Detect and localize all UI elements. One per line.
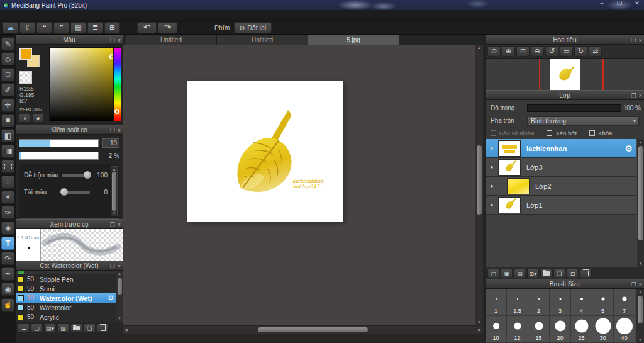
layer-visibility-icon[interactable]: ● <box>486 183 498 189</box>
close-icon[interactable]: × <box>639 281 642 288</box>
bucket-tool[interactable]: ◧ <box>1 129 14 142</box>
layer-folder-icon[interactable] <box>540 269 552 278</box>
transparent-color-swatch[interactable] <box>19 71 32 84</box>
brush-size-cell[interactable]: 5 <box>592 289 614 316</box>
Lớp2[interactable]: ● Lớp2 ⚙ <box>486 177 644 196</box>
close-icon[interactable]: × <box>639 37 642 43</box>
select-all-tool[interactable]: ■ <box>1 114 14 127</box>
brush-size-cell[interactable]: 40 <box>614 316 635 343</box>
layer-visibility-icon[interactable]: ● <box>486 145 498 151</box>
cloud-icon[interactable]: ☁ <box>3 22 18 33</box>
hand-tool[interactable]: ☝ <box>1 298 14 312</box>
new-8bit-layer-icon[interactable]: ▣ <box>501 269 513 278</box>
Acrylic[interactable]: 50 Acrylic ⚙ <box>16 312 123 322</box>
brush-size-slider[interactable] <box>19 139 99 147</box>
scroll-thumb[interactable] <box>258 327 368 332</box>
eyedropper-tool[interactable]: ◉ <box>1 283 14 296</box>
new-halftone-layer-icon[interactable]: ▤ <box>514 269 526 278</box>
brush-cloud-icon[interactable]: ☁ <box>18 323 30 333</box>
undo-button[interactable]: ↶ <box>137 22 157 33</box>
duplicate-layer-icon[interactable]: ❏ <box>553 269 565 278</box>
document-tab[interactable]: 5.jpg <box>308 35 399 45</box>
brush-size-cell[interactable]: 30 <box>592 316 614 343</box>
brush-size-cell[interactable]: 2 <box>528 289 550 316</box>
popout-icon[interactable]: ❐ <box>110 127 115 133</box>
brush-list-scrollbar[interactable]: ▲ ▼ <box>116 271 123 322</box>
close-icon[interactable]: × <box>118 263 121 269</box>
rotate-left-icon[interactable]: ↺ <box>545 46 558 57</box>
lachiennhan[interactable]: ● lachiennhan ⚙ <box>486 139 644 158</box>
scroll-thumb[interactable] <box>118 278 122 295</box>
saturation-value-picker[interactable] <box>49 47 118 121</box>
scroll-up-icon[interactable]: ▲ <box>639 140 643 144</box>
layer-visibility-icon[interactable]: ● <box>486 164 498 170</box>
lasso-tool[interactable]: ◌ <box>1 176 14 189</box>
magic-wand-tool[interactable]: ✶ <box>1 191 14 204</box>
scroll-down-icon[interactable]: ▼ <box>113 211 116 215</box>
minimize-button[interactable]: – <box>597 0 606 6</box>
brush-settings-icon[interactable]: ⚙ <box>108 294 114 302</box>
load-color-slider[interactable] <box>62 191 90 194</box>
close-icon[interactable]: × <box>118 222 121 228</box>
scroll-down-icon[interactable]: ▼ <box>118 317 121 320</box>
popout-icon[interactable]: ❐ <box>631 93 636 99</box>
blend-mode-dropdown[interactable]: Bình thường ▾ <box>527 116 639 126</box>
publish-icon[interactable]: ⇧ <box>19 22 35 33</box>
checkbox[interactable] <box>491 130 496 136</box>
lock-checkbox[interactable]: Khóa <box>589 130 621 137</box>
checkbox[interactable] <box>547 130 552 136</box>
scroll-down-icon[interactable]: ▼ <box>477 320 481 324</box>
brush-size-scrollbar[interactable]: ▲ ▼ <box>636 289 644 343</box>
opacity-slider[interactable] <box>527 104 621 112</box>
popout-icon[interactable]: ❐ <box>110 37 115 43</box>
zoom-reset-icon[interactable]: ⊙ <box>487 46 501 57</box>
canvas-vertical-scrollbar[interactable]: ▲ ▼ <box>475 45 483 325</box>
Stipple Pen[interactable]: 50 Stipple Pen ⚙ <box>16 274 123 284</box>
scroll-down-icon[interactable]: ▼ <box>639 262 643 266</box>
slider-knob[interactable] <box>84 171 91 179</box>
gradient-tool[interactable] <box>1 145 14 158</box>
brush-script-icon[interactable]: ▧ <box>57 323 69 333</box>
reset-key-button[interactable]: ⊘ Đặt lại <box>234 22 272 33</box>
brush-size-cell[interactable]: 3 <box>550 289 571 316</box>
palette-icon[interactable]: ◑ <box>18 113 30 123</box>
navigator-thumbnail[interactable] <box>550 59 580 90</box>
shape-brush-tool[interactable]: □ <box>1 68 14 81</box>
scroll-down-icon[interactable]: ▼ <box>638 338 642 342</box>
close-icon[interactable]: × <box>639 93 642 99</box>
foreground-color-swatch[interactable] <box>19 48 32 60</box>
operation-tool[interactable]: ↷ <box>1 252 14 265</box>
brush-size-cell[interactable]: 25 <box>571 316 592 343</box>
checkbox[interactable] <box>589 130 595 136</box>
add-layer-menu-icon[interactable]: ⊞▾ <box>527 269 539 278</box>
rotate-reset-icon[interactable]: ▭ <box>560 46 573 57</box>
navigator-view[interactable] <box>486 59 644 90</box>
popout-icon[interactable]: ❐ <box>110 222 115 228</box>
layer-visibility-icon[interactable]: ● <box>486 202 498 208</box>
scroll-thumb[interactable] <box>638 296 643 323</box>
select-rect-tool[interactable] <box>1 160 14 173</box>
fit-window-icon[interactable]: ⊡ <box>516 46 530 57</box>
hue-slider[interactable] <box>113 47 121 121</box>
delete-brush-icon[interactable] <box>97 323 109 333</box>
Watercolor (Wet)[interactable]: 19 Watercolor (Wet) ⚙ <box>16 293 123 303</box>
mix-color-slider[interactable] <box>62 174 90 177</box>
select-eraser-tool[interactable]: ◈ <box>1 222 14 235</box>
document-tab[interactable]: Untitled <box>126 35 217 45</box>
scroll-thumb[interactable] <box>477 145 482 215</box>
duplicate-brush-icon[interactable]: ❏ <box>84 323 96 333</box>
close-button[interactable]: ✕ <box>633 0 641 6</box>
popout-icon[interactable]: ❐ <box>631 281 636 288</box>
canvas[interactable]: lachiennhan hoidap247 <box>187 81 343 222</box>
brush-size-cell[interactable]: 7 <box>614 289 635 316</box>
new-layer-icon[interactable]: ▢ <box>487 269 499 278</box>
brush-size-cell[interactable]: 12 <box>507 316 528 343</box>
scroll-up-icon[interactable]: ▲ <box>638 290 642 294</box>
brush-size-cell[interactable]: 1.5 <box>507 289 528 316</box>
alpha-protect-checkbox[interactable]: Bảo vệ alpha <box>491 130 543 137</box>
scroll-up-icon[interactable]: ▲ <box>477 46 481 50</box>
popout-icon[interactable]: ❐ <box>631 37 636 43</box>
Watercolor[interactable]: 50 Watercolor ⚙ <box>16 303 123 312</box>
select-pen-tool[interactable]: ✑ <box>1 206 14 219</box>
scroll-up-icon[interactable]: ▲ <box>118 272 121 276</box>
